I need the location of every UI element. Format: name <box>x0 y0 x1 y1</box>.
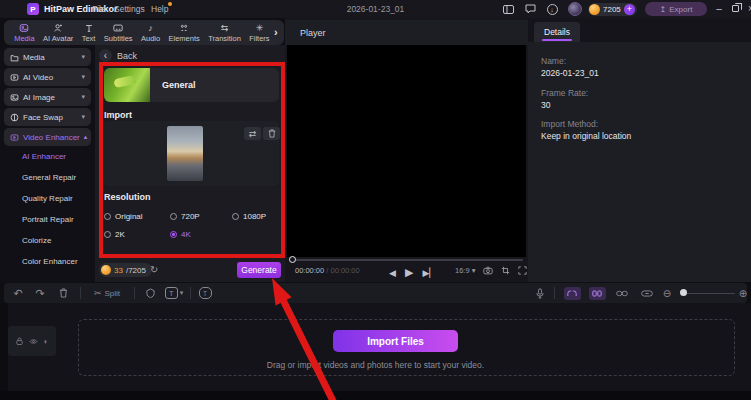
aspect-ratio-dropdown[interactable]: 16:9 ▾ <box>455 266 475 275</box>
eye-icon[interactable] <box>29 338 38 345</box>
microphone-icon[interactable] <box>532 283 548 303</box>
link-clips-button[interactable] <box>612 283 632 303</box>
project-title: 2026-01-23_01 <box>0 4 751 14</box>
player-scrubber[interactable] <box>290 259 523 261</box>
delete-media-button[interactable] <box>263 127 280 140</box>
marker-icon[interactable] <box>142 283 158 303</box>
adapt-timeline-button[interactable] <box>637 283 657 303</box>
video-preview-area[interactable] <box>287 45 526 257</box>
drop-hint-text: Drag or import videos and photos here to… <box>0 360 751 370</box>
tab-ai-avatar[interactable]: AI Avatar <box>39 22 78 43</box>
generate-button[interactable]: Generate <box>237 262 281 278</box>
ai-image-icon <box>10 93 19 102</box>
download-icon[interactable]: ↓ <box>545 2 559 16</box>
chevron-down-icon: ▾ <box>180 289 184 297</box>
refresh-credits-icon[interactable]: ↻ <box>150 264 158 275</box>
toolbar-more-chevron-icon[interactable]: › <box>274 26 278 38</box>
delete-button[interactable] <box>55 283 71 303</box>
feedback-icon[interactable] <box>523 2 537 16</box>
add-coins-icon[interactable]: + <box>624 4 635 15</box>
detail-framerate-label: Frame Rate: <box>541 88 588 98</box>
resolution-option-1080p[interactable]: 1080P <box>232 212 266 221</box>
imported-video-thumbnail <box>167 126 203 181</box>
redo-button[interactable]: ↷ <box>32 283 48 303</box>
restore-icon <box>732 5 739 12</box>
sidebar-item-portrait-repair[interactable]: Portrait Repair <box>22 209 74 230</box>
chevron-down-icon: ▾ <box>81 113 85 121</box>
tab-audio[interactable]: ♪ Audio <box>137 22 165 43</box>
sidebar-item-media[interactable]: Media ▾ <box>4 48 91 66</box>
credits-used: 33 <box>114 266 123 275</box>
auto-ripple-toggle[interactable] <box>587 283 607 303</box>
snapshot-icon[interactable] <box>483 266 493 275</box>
top-toolbar: Media AI Avatar Text Subtitles ♪ Audio E… <box>4 20 284 45</box>
zoom-slider-handle[interactable] <box>680 289 687 296</box>
sidebar-item-face-swap[interactable]: Face Swap ▾ <box>4 108 91 126</box>
sidebar-item-video-enhancer[interactable]: Video Enhancer ▴ <box>4 128 91 146</box>
sidebar-item-colorize[interactable]: Colorize <box>22 230 51 251</box>
tab-subtitles[interactable]: Subtitles <box>100 22 137 43</box>
sidebar-item-ai-enhancer[interactable]: AI Enhancer <box>22 146 66 167</box>
coin-balance-pill[interactable]: 7205 + <box>588 3 637 16</box>
timeline-zoom-slider[interactable] <box>680 293 735 295</box>
player-header: Player <box>285 20 528 45</box>
sidebar-item-color-enhancer[interactable]: Color Enhancer <box>22 251 78 272</box>
minimize-button[interactable]: – <box>712 1 726 16</box>
enhancer-mode-card[interactable]: General <box>104 68 279 102</box>
resolution-section-label: Resolution <box>104 192 151 202</box>
trash-icon <box>59 288 68 298</box>
replace-media-button[interactable]: ⇄ <box>244 127 261 140</box>
detail-name-value: 2026-01-23_01 <box>541 68 599 78</box>
playhead-handle[interactable] <box>289 256 296 263</box>
undo-button[interactable]: ↶ <box>10 283 26 303</box>
transition-icon: ⇆ <box>221 22 229 33</box>
play-button[interactable]: ▶ <box>405 266 413 279</box>
sidebar-item-my-creations[interactable]: My Creations <box>22 274 69 282</box>
divider <box>190 287 191 299</box>
resolution-option-4k[interactable]: 4K <box>170 230 191 239</box>
resolution-option-720p[interactable]: 720P <box>170 212 200 221</box>
swap-icon: ⇄ <box>249 129 257 139</box>
text-tool-dropdown[interactable]: T ▾ <box>162 283 186 303</box>
coin-icon <box>101 265 111 275</box>
import-files-button[interactable]: Import Files <box>333 330 458 352</box>
panel-layout-icon[interactable] <box>501 2 515 16</box>
tab-filters[interactable]: ✳ Filters <box>245 22 274 43</box>
zoom-in-button[interactable]: ⊕ <box>735 283 751 303</box>
fullscreen-icon[interactable] <box>518 266 527 275</box>
resolution-option-original[interactable]: Original <box>104 212 143 221</box>
upload-icon: ↥ <box>660 5 667 14</box>
chevron-down-icon: ▾ <box>472 266 476 275</box>
sidebar-item-ai-video[interactable]: AI Video ▾ <box>4 68 91 86</box>
timecode: 00:00:00 / 00:00:00 <box>295 266 360 275</box>
sidebar-item-ai-image[interactable]: AI Image ▾ <box>4 88 91 106</box>
sidebar-item-general-repair[interactable]: General Repair <box>22 167 76 188</box>
restore-button[interactable] <box>728 1 742 16</box>
zoom-out-button[interactable]: ⊖ <box>659 283 675 303</box>
lock-icon[interactable] <box>16 337 23 345</box>
resolution-option-2k[interactable]: 2K <box>104 230 125 239</box>
next-frame-button[interactable]: ▶▏ <box>422 268 436 278</box>
player-title: Player <box>300 28 326 38</box>
close-button[interactable]: × <box>744 1 751 16</box>
detail-import-method-value: Keep in original location <box>541 131 631 141</box>
back-button[interactable]: ‹ <box>99 49 112 62</box>
export-button[interactable]: ↥ Export <box>645 2 707 16</box>
coin-icon <box>589 4 600 15</box>
previous-frame-button[interactable]: ◀ <box>389 268 396 278</box>
sidebar-item-quality-repair[interactable]: Quality Repair <box>22 188 73 209</box>
sticker-text-icon[interactable]: T <box>196 283 214 303</box>
chevron-down-icon: ▾ <box>81 53 85 61</box>
magnet-icon <box>567 290 577 297</box>
tab-transition[interactable]: ⇆ Transition <box>204 22 245 43</box>
split-button[interactable]: ✂ Split <box>86 283 128 303</box>
mute-icon[interactable]: ◐ <box>44 337 49 346</box>
crop-icon[interactable] <box>501 266 510 275</box>
player-panel: Player 00:00:00 / 00:00:00 ◀ ▶ ▶▏ 16:9 ▾ <box>285 18 528 282</box>
tab-elements[interactable]: Elements <box>164 22 204 43</box>
tab-text[interactable]: Text <box>77 22 99 43</box>
user-avatar[interactable] <box>568 2 582 16</box>
magnetic-snap-toggle[interactable] <box>562 283 582 303</box>
tab-media[interactable]: Media <box>10 22 39 43</box>
text-icon <box>84 22 94 33</box>
